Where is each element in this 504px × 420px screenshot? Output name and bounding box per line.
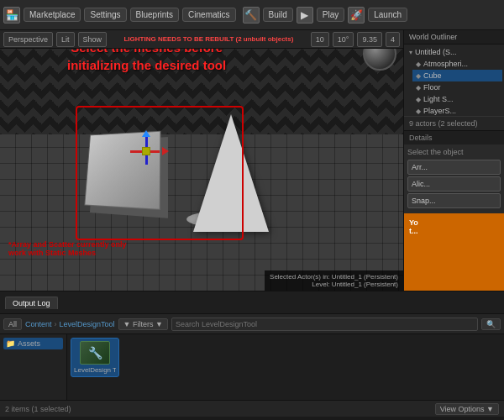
- transform-gizmo[interactable]: [130, 135, 164, 169]
- tree-item-player[interactable]: ◆ PlayerS...: [412, 105, 502, 116]
- build-icon[interactable]: 🔨: [243, 7, 260, 24]
- lit-btn[interactable]: Lit: [56, 32, 75, 47]
- content-browser: All Content › LevelDesignTool ▼ Filters …: [0, 314, 504, 417]
- build-button[interactable]: Build: [263, 8, 293, 22]
- gizmo-center: [142, 147, 150, 155]
- grid-10-btn[interactable]: 10: [311, 32, 329, 47]
- tree-expand-icon: ▾: [409, 49, 412, 56]
- details-body: Select the object Arr... Alic... Snap...: [404, 144, 504, 213]
- cb-bread-sep1: ›: [55, 320, 57, 328]
- main-area: Perspective Lit Show LIGHTING NEEDS TO B…: [0, 30, 504, 291]
- marketplace-icon[interactable]: 🏪: [3, 7, 20, 24]
- tree-light-label: Light S...: [423, 95, 454, 103]
- play-button[interactable]: Play: [317, 8, 344, 22]
- actors-count: 9 actors (2 selected): [404, 116, 504, 130]
- tree-item-root[interactable]: ▾ Untitled (S...: [406, 46, 502, 58]
- details-header: Details: [404, 131, 504, 144]
- right-panel: World Outliner ▾ Untitled (S... ◆ Atmosp…: [403, 30, 504, 291]
- cb-toolbar: All Content › LevelDesignTool ▼ Filters …: [0, 314, 504, 334]
- cinematics-button[interactable]: Cinematics: [182, 8, 235, 22]
- details-section: Details Select the object Arr... Alic...…: [404, 130, 504, 213]
- lighting-warning: LIGHTING NEEDS TO BE REBUILT (2 unbuilt …: [110, 35, 307, 43]
- tree-item-cube[interactable]: ◆ Cube: [412, 70, 502, 81]
- tree-atm-label: Atmospheri...: [423, 60, 468, 68]
- cb-search-btn[interactable]: 🔍: [481, 318, 501, 330]
- tree-cube-label: Cube: [423, 71, 442, 80]
- cb-item-count: 2 items (1 selected): [5, 405, 71, 413]
- scene-tree: ▾ Untitled (S... ◆ Atmospheri... ◆ Cube …: [404, 45, 504, 116]
- tree-floor-icon: ◆: [416, 84, 421, 92]
- viewport[interactable]: Perspective Lit Show LIGHTING NEEDS TO B…: [0, 30, 403, 291]
- tree-light-icon: ◆: [416, 96, 421, 103]
- orange-panel: Yo t...: [404, 213, 504, 291]
- toolbar-group-left: 🏪 Marketplace Settings Blueprints Cinema…: [3, 7, 236, 24]
- cb-all-button[interactable]: All: [3, 318, 22, 330]
- tree-item-atmospheric[interactable]: ◆ Atmospheri...: [412, 58, 502, 70]
- marketplace-button[interactable]: Marketplace: [24, 8, 81, 22]
- cb-view-options-btn[interactable]: View Options ▼: [435, 403, 499, 415]
- angle-btn[interactable]: 10°: [333, 32, 354, 47]
- cb-footer: 2 items (1 selected) View Options ▼: [0, 400, 504, 417]
- tree-floor-label: Floor: [423, 83, 441, 92]
- tree-item-lightS[interactable]: ◆ Light S...: [412, 93, 502, 105]
- arr-button[interactable]: Arr...: [407, 160, 501, 175]
- cb-sidebar: 📁 Assets: [0, 334, 67, 400]
- world-outliner-header: World Outliner: [404, 30, 504, 45]
- output-log-tab[interactable]: Output Log: [5, 297, 58, 309]
- output-log-bar: Output Log: [0, 291, 504, 314]
- cb-assets-label: Assets: [18, 339, 40, 348]
- top-toolbar: 🏪 Marketplace Settings Blueprints Cinema…: [0, 0, 504, 30]
- details-prompt: Select the object: [407, 148, 501, 156]
- gizmo-arrow-right: [162, 147, 169, 155]
- cb-asset-icon-leveldesign: 🔧: [80, 341, 110, 365]
- blueprints-button[interactable]: Blueprints: [130, 8, 179, 22]
- camera-btn[interactable]: 4: [386, 32, 400, 47]
- tree-atm-icon: ◆: [416, 60, 421, 68]
- tree-player-icon: ◆: [416, 108, 421, 115]
- tree-root-label: Untitled (S...: [415, 48, 457, 56]
- play-icon[interactable]: ▶: [297, 7, 313, 24]
- tree-player-label: PlayerS...: [423, 107, 456, 115]
- alic-button[interactable]: Alic...: [407, 176, 501, 192]
- cb-bread-content[interactable]: Content: [25, 320, 52, 328]
- cb-content-area: 🔧 LevelDesign Tools: [67, 334, 504, 400]
- launch-button[interactable]: Launch: [368, 8, 407, 22]
- cb-asset-leveldesign[interactable]: 🔧 LevelDesign Tools: [71, 338, 119, 377]
- cb-search-input[interactable]: [171, 318, 478, 331]
- perspective-btn[interactable]: Perspective: [3, 32, 53, 47]
- viewport-toolbar: Perspective Lit Show LIGHTING NEEDS TO B…: [0, 30, 403, 49]
- static-mesh-text: *Array and Scatter currently only work w…: [8, 240, 127, 257]
- cb-breadcrumb: Content › LevelDesignTool: [25, 320, 115, 328]
- tree-cube-icon: ◆: [416, 72, 421, 80]
- launch-icon[interactable]: 🚀: [348, 7, 365, 24]
- gizmo-arrow-up: [142, 130, 150, 137]
- cb-filters-button[interactable]: ▼ Filters ▼: [118, 318, 168, 330]
- tree-item-floor[interactable]: ◆ Floor: [412, 81, 502, 93]
- snap-button[interactable]: Snap...: [407, 193, 501, 208]
- toolbar-group-play: 🔨 Build ▶ Play 🚀 Launch: [243, 7, 408, 24]
- actor-info: Selected Actor(s) in: Untitled_1 (Persis…: [265, 270, 403, 291]
- settings-button[interactable]: Settings: [84, 8, 126, 22]
- cb-main: 📁 Assets 🔧 LevelDesign Tools: [0, 334, 504, 400]
- cb-asset-label-leveldesign: LevelDesign Tools: [74, 366, 116, 374]
- cb-sidebar-assets[interactable]: 📁 Assets: [3, 338, 63, 349]
- show-btn[interactable]: Show: [78, 32, 108, 47]
- selection-box: [76, 106, 244, 240]
- cb-bread-tool[interactable]: LevelDesignTool: [60, 320, 115, 328]
- cb-assets-icon: 📁: [6, 339, 15, 348]
- scale-btn[interactable]: 9.35: [357, 32, 382, 47]
